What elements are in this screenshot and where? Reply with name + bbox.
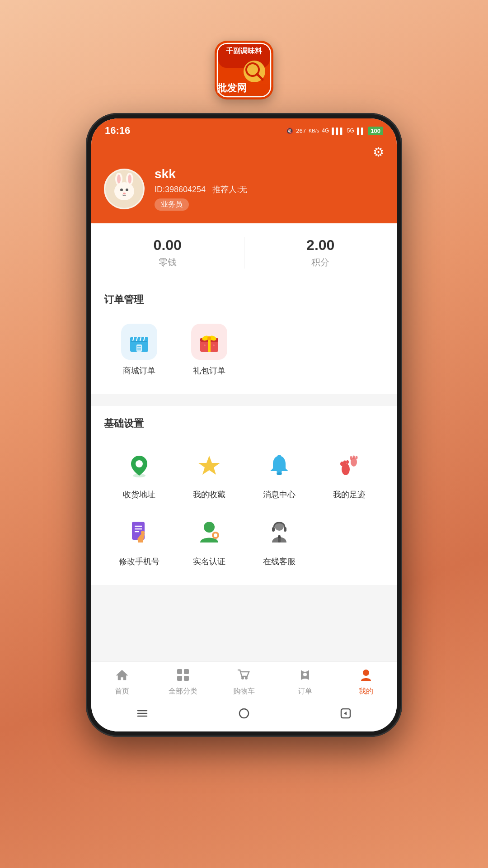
nav-home-label: 首页 [115,687,129,696]
svg-rect-30 [208,338,211,352]
header: ⚙ [91,140,397,223]
nav-categories[interactable]: 全部分类 [152,662,213,701]
balance-money-label: 零钱 [91,256,244,269]
svg-point-44 [346,460,349,464]
section-divider-1 [91,401,397,406]
phone-screen: 16:16 🔇 267 KB/s 4G ▌▌▌ 5G ▌▌ 100 ⚙ [91,118,397,731]
svg-rect-69 [184,676,189,681]
balance-section: 0.00 零钱 2.00 积分 [91,223,397,282]
phone-icon [121,514,157,551]
bottom-nav: 首页 全部分类 [91,661,397,701]
address-item[interactable]: 收货地址 [104,440,174,507]
svg-point-15 [126,189,128,191]
balance-points-label: 积分 [244,256,397,269]
svg-rect-58 [215,537,216,539]
home-nav-icon [115,668,129,685]
system-back-button[interactable] [339,707,352,722]
svg-point-53 [141,531,145,534]
profile-nav-icon [359,668,373,685]
svg-rect-66 [177,669,182,674]
svg-point-37 [136,460,143,467]
status-icons: 🔇 267 KB/s 4G ▌▌▌ 5G ▌▌ 100 [286,127,383,135]
avatar [104,169,145,209]
svg-point-35 [213,344,215,346]
scroll-content: 订单管理 [91,282,397,661]
svg-point-33 [207,336,211,340]
address-icon [121,448,157,484]
balance-money-amount: 0.00 [91,237,244,254]
nav-orders[interactable]: 订单 [275,662,336,701]
svg-point-14 [120,189,123,191]
profile-section: skk ID:398604254 推荐人:无 业务员 [104,167,384,211]
order-section: 订单管理 [91,282,397,394]
order-icon-grid: 商城订单 [104,316,384,383]
mall-order-label: 商城订单 [123,365,155,376]
4g-icon: 4G [322,127,329,134]
balance-points[interactable]: 2.00 积分 [244,237,397,269]
footprint-label: 我的足迹 [333,489,366,500]
customer-service-label: 在线客服 [263,556,296,567]
svg-rect-59 [212,534,214,536]
svg-text:千副调味料: 千副调味料 [226,47,263,55]
verification-item[interactable]: 实名认证 [174,507,244,574]
phone-label: 修改手机号 [119,556,160,567]
svg-rect-68 [177,676,182,681]
status-bar: 16:16 🔇 267 KB/s 4G ▌▌▌ 5G ▌▌ 100 [91,118,397,140]
svg-point-71 [245,677,248,679]
profile-id: ID:398604254 推荐人:无 [155,184,247,195]
svg-point-48 [355,456,357,459]
svg-point-13 [128,175,131,184]
network-speed: 267 [296,127,306,134]
customer-service-item[interactable]: 在线客服 [244,507,314,574]
nav-profile[interactable]: 我的 [336,662,397,701]
basic-icon-grid-row1: 收货地址 我的收藏 [104,440,384,507]
phone-mockup: 16:16 🔇 267 KB/s 4G ▌▌▌ 5G ▌▌ 100 ⚙ [86,113,402,737]
basic-icon-grid-row2: 修改手机号 [104,507,384,574]
svg-point-70 [241,677,244,679]
app-icon: 千副调味料 批发网 [215,41,273,99]
gift-order-item[interactable]: 礼包订单 [174,316,244,383]
gift-order-label: 礼包订单 [193,365,225,376]
svg-point-72 [303,673,307,676]
system-home-button[interactable] [238,707,250,722]
order-section-title: 订单管理 [104,293,384,307]
balance-points-amount: 2.00 [244,237,397,254]
favorites-icon [191,448,227,484]
basic-section-title: 基础设置 [104,417,384,430]
balance-money[interactable]: 0.00 零钱 [91,237,244,269]
header-top: ⚙ [104,145,384,160]
mall-order-item[interactable]: 商城订单 [104,316,174,383]
mall-order-icon [121,324,157,360]
customer-service-icon [261,514,297,551]
settings-icon[interactable]: ⚙ [373,145,384,160]
basic-section: 基础设置 收货地址 [91,406,397,585]
svg-point-47 [352,456,355,459]
svg-point-46 [350,456,352,460]
nav-categories-label: 全部分类 [169,687,197,696]
svg-rect-60 [217,534,219,536]
signal-bars-2: ▌▌ [357,127,365,134]
nav-cart[interactable]: 购物车 [213,662,274,701]
favorites-item[interactable]: 我的收藏 [174,440,244,507]
system-menu-button[interactable] [136,707,149,722]
svg-point-54 [204,522,215,533]
orders-nav-icon [298,668,312,685]
svg-marker-38 [198,456,220,475]
messages-item[interactable]: 消息中心 [244,440,314,507]
messages-icon [261,448,297,484]
svg-rect-57 [215,532,216,533]
footprint-item[interactable]: 我的足迹 [314,440,384,507]
svg-point-40 [277,472,282,475]
svg-point-16 [123,193,126,194]
battery-indicator: 100 [368,127,383,135]
signal-bars: ▌▌▌ [332,127,344,134]
svg-point-34 [204,344,206,346]
profile-role: 业务员 [155,198,189,211]
status-time: 16:16 [105,125,130,137]
nav-cart-label: 购物车 [233,687,255,696]
categories-nav-icon [176,668,190,685]
messages-label: 消息中心 [263,489,296,500]
profile-info: skk ID:398604254 推荐人:无 业务员 [155,167,247,211]
phone-item[interactable]: 修改手机号 [104,507,174,574]
nav-home[interactable]: 首页 [91,662,152,701]
